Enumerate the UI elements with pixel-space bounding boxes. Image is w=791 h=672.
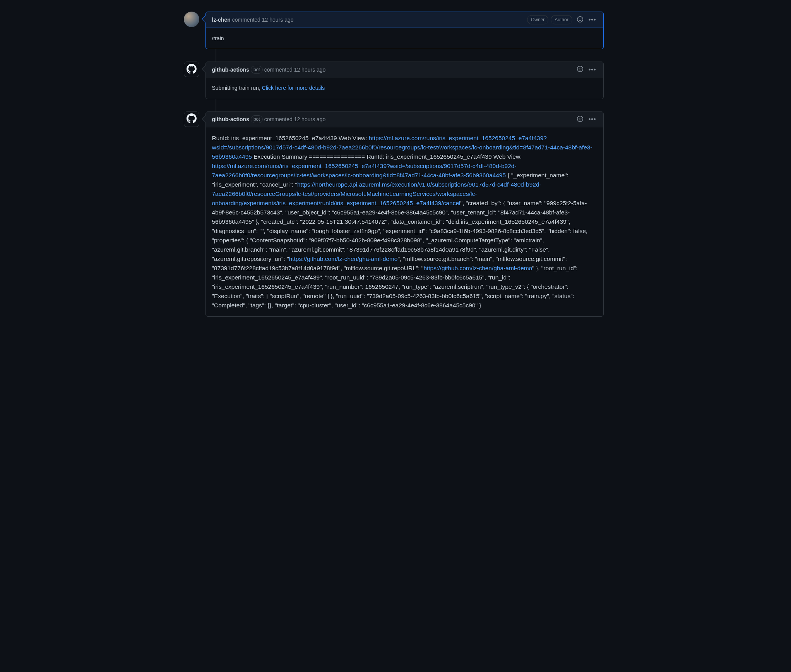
github-icon — [187, 113, 197, 125]
comment-meta[interactable]: commented 12 hours ago — [264, 67, 326, 73]
github-repo-link[interactable]: https://github.com/lz-chen/gha-aml-demo — [423, 265, 532, 271]
github-repo-link[interactable]: https://github.com/lz-chen/gha-aml-demo — [289, 255, 398, 262]
comment-header: lz-chen commented 12 hours ago Owner Aut… — [206, 12, 603, 28]
reaction-button[interactable] — [576, 15, 584, 24]
comment-actions: ••• — [576, 15, 597, 24]
owner-badge: Owner — [527, 15, 548, 24]
comment-timeline: lz-chen commented 12 hours ago Owner Aut… — [184, 12, 604, 317]
comment-author[interactable]: github-actions — [212, 116, 249, 122]
body-text: Submitting train run, — [212, 85, 262, 91]
comment-actions: ••• — [576, 115, 597, 124]
comment-meta[interactable]: commented 12 hours ago — [232, 17, 294, 23]
comment-header: github-actions bot commented 12 hours ag… — [206, 112, 603, 127]
comment: github-actions bot commented 12 hours ag… — [184, 62, 604, 99]
comment-body: /train — [206, 28, 603, 49]
comment-body: RunId: iris_experiment_1652650245_e7a4f4… — [206, 127, 603, 316]
comment: lz-chen commented 12 hours ago Owner Aut… — [184, 12, 604, 49]
reaction-button[interactable] — [576, 65, 584, 74]
kebab-menu-button[interactable]: ••• — [588, 66, 597, 74]
kebab-icon: ••• — [589, 67, 596, 73]
avatar[interactable] — [184, 12, 199, 27]
avatar[interactable] — [184, 111, 199, 127]
github-icon — [187, 64, 197, 75]
body-text: Execution Summary ================ RunId… — [252, 153, 522, 160]
azure-run-link[interactable]: https://ml.azure.com/runs/iris_experimen… — [212, 163, 517, 178]
smiley-icon — [577, 116, 583, 123]
comment-bubble: github-actions bot commented 12 hours ag… — [205, 111, 604, 317]
bot-badge: bot — [251, 115, 263, 123]
comment-author[interactable]: lz-chen — [212, 17, 231, 23]
body-text: RunId: iris_experiment_1652650245_e7a4f4… — [212, 135, 369, 141]
comment-meta[interactable]: commented 12 hours ago — [264, 116, 326, 122]
details-link[interactable]: Click here for more details — [262, 85, 325, 91]
comment-author[interactable]: github-actions — [212, 67, 249, 73]
smiley-icon — [577, 16, 583, 24]
kebab-menu-button[interactable]: ••• — [588, 115, 597, 123]
body-text: ", "created_by": { "user_name": "999c25f… — [212, 200, 588, 262]
comment-bubble: lz-chen commented 12 hours ago Owner Aut… — [205, 12, 604, 49]
kebab-menu-button[interactable]: ••• — [588, 16, 597, 24]
avatar[interactable] — [184, 62, 199, 77]
smiley-icon — [577, 66, 583, 73]
author-badge: Author — [551, 15, 572, 24]
bot-badge: bot — [251, 66, 263, 74]
reaction-button[interactable] — [576, 115, 584, 124]
comment: github-actions bot commented 12 hours ag… — [184, 111, 604, 317]
comment-bubble: github-actions bot commented 12 hours ag… — [205, 62, 604, 99]
comment-body: Submitting train run, Click here for mor… — [206, 77, 603, 98]
kebab-icon: ••• — [589, 116, 596, 122]
comment-actions: ••• — [576, 65, 597, 74]
kebab-icon: ••• — [589, 17, 596, 23]
comment-header: github-actions bot commented 12 hours ag… — [206, 62, 603, 77]
